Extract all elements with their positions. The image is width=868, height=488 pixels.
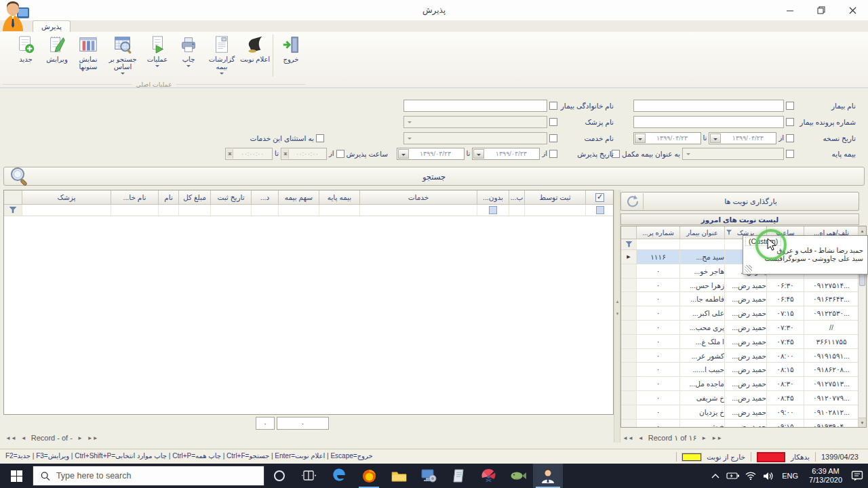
- cell-time[interactable]: ۰۸:۴۵: [767, 391, 804, 405]
- cell-phone[interactable]: ۰۹۱۲۲۵۳۰...: [804, 306, 859, 321]
- cell-file-number[interactable]: ۰: [637, 306, 680, 321]
- scroll-up-icon[interactable]: ▲: [859, 226, 866, 236]
- prev-record-icon[interactable]: ◄: [638, 435, 644, 441]
- first-record-icon[interactable]: ◄◄: [623, 435, 633, 441]
- rx-date-to-picker[interactable]: ۱۳۹۹/۰۴/۲۳: [633, 132, 701, 144]
- next-record-icon[interactable]: ►: [701, 435, 707, 441]
- spinner-arrows-icon[interactable]: [282, 149, 289, 159]
- cell-phone[interactable]: ۳۶۶۱۱۷۵۵: [804, 335, 859, 349]
- appointment-row[interactable]: ۰ خ یزدیان حمید رض... ۰۹:۰۰ ۰۹۱۰۲۸۱۲...: [621, 405, 859, 420]
- cortana-button[interactable]: [264, 464, 294, 488]
- column-b[interactable]: ب...: [509, 190, 525, 204]
- search-button[interactable]: جستجو: [3, 167, 865, 186]
- action-center-icon[interactable]: [849, 470, 865, 481]
- taskbar-clock[interactable]: 6:39 AM 7/13/2020: [804, 467, 847, 485]
- exit-button[interactable]: خروج: [275, 33, 307, 81]
- insurance-reports-button[interactable]: گزارشات بیمه: [204, 33, 239, 81]
- cell-time[interactable]: ۰۸:۳۰: [767, 377, 804, 391]
- without-filter-checkbox[interactable]: [489, 206, 497, 214]
- cell-doctor[interactable]: حمید رض...: [725, 335, 767, 349]
- patient-name-input[interactable]: [633, 100, 784, 112]
- admission-date-checkbox[interactable]: [549, 150, 557, 158]
- exclude-services-checkbox[interactable]: [316, 134, 324, 142]
- cell-file-number[interactable]: ۰: [637, 335, 680, 349]
- cell-time[interactable]: ۰۸:۰۰: [767, 349, 804, 363]
- cell-phone[interactable]: ۰۹۱۹۳۹۰۴...: [804, 420, 859, 427]
- column-file-number[interactable]: شماره پر...: [637, 226, 680, 239]
- search-input[interactable]: [56, 471, 256, 481]
- cell-file-number[interactable]: ۰: [637, 377, 680, 391]
- cell-phone[interactable]: ۰۹۱۲۷۵۱۳...: [804, 377, 859, 391]
- firefox-button[interactable]: [354, 464, 384, 488]
- fan-app-button[interactable]: [473, 464, 503, 488]
- cell-phone[interactable]: ۰۹۱۶۳۶۴۳...: [804, 292, 859, 306]
- cell-doctor[interactable]: حمید رض...: [725, 377, 767, 391]
- search-by-button[interactable]: جستجو بر اساس: [104, 33, 142, 81]
- restore-button[interactable]: [806, 0, 837, 20]
- doctor-name-checkbox[interactable]: [549, 118, 557, 126]
- select-all-checkbox-icon[interactable]: [595, 193, 604, 202]
- column-patient-title[interactable]: عنوان بیمار: [680, 226, 725, 239]
- calendar-dropdown-icon[interactable]: [473, 149, 484, 159]
- cell-time[interactable]: ۰۷:۱۵: [767, 306, 804, 321]
- admissions-grid[interactable]: پزشک نام خا... نام مبلغ کل تاریخ ثبت د..…: [3, 190, 614, 415]
- column-without[interactable]: بدون...: [477, 190, 509, 204]
- task-view-button[interactable]: [294, 464, 324, 488]
- battery-icon[interactable]: [725, 472, 741, 480]
- cell-file-number[interactable]: ۰: [637, 349, 680, 363]
- cell-patient[interactable]: هاجر خو...: [680, 264, 725, 279]
- cell-time[interactable]: ۰۹:۱۵: [767, 420, 804, 427]
- system-app-button[interactable]: [414, 464, 443, 488]
- base-insurance-checkbox[interactable]: [786, 150, 794, 158]
- cell-doctor[interactable]: حمید رض...: [725, 349, 767, 363]
- cell-patient[interactable]: زهرا حس...: [680, 279, 725, 293]
- cell-file-number[interactable]: ۰: [637, 279, 680, 293]
- admission-app-button[interactable]: [533, 464, 563, 488]
- cell-doctor[interactable]: حمید رض...: [725, 321, 767, 335]
- language-indicator[interactable]: ENG: [778, 472, 802, 480]
- cell-doctor[interactable]: حمید رض...: [725, 279, 767, 293]
- cell-time[interactable]: ۰۸:۱۵: [767, 363, 804, 377]
- new-button[interactable]: جدید: [10, 33, 41, 81]
- cell-phone[interactable]: ۰۹۱۲۰۷۷۹...: [804, 391, 859, 405]
- family-name-input[interactable]: [403, 100, 547, 112]
- column-family-name[interactable]: نام خا...: [111, 190, 159, 204]
- cell-time[interactable]: ۰۶:۳۰: [767, 279, 804, 293]
- first-record-icon[interactable]: ◄◄: [5, 435, 16, 441]
- rx-date-from-picker[interactable]: ۱۳۹۹/۰۴/۲۳: [709, 132, 776, 144]
- doctor-name-select[interactable]: [403, 116, 547, 128]
- cell-patient[interactable]: کشور عر...: [680, 349, 725, 363]
- service-name-checkbox[interactable]: [549, 134, 557, 142]
- cell-file-number[interactable]: ۰: [637, 363, 680, 377]
- admissions-grid-header[interactable]: پزشک نام خا... نام مبلغ کل تاریخ ثبت د..…: [4, 190, 613, 205]
- cell-time[interactable]: ۰۹:۰۰: [767, 405, 804, 420]
- cell-patient[interactable]: خ یزدیان: [680, 405, 725, 420]
- cell-file-number[interactable]: ۰: [637, 391, 680, 405]
- cell-file-number[interactable]: ۰: [637, 292, 680, 306]
- cell-patient[interactable]: خ ش...: [680, 420, 725, 427]
- column-reg-date[interactable]: تاریخ ثبت: [211, 190, 252, 204]
- cell-file-number[interactable]: ۰: [637, 321, 680, 335]
- column-insurance-share[interactable]: سهم بیمه: [279, 190, 319, 204]
- show-columns-button[interactable]: نمایش ستونها: [73, 33, 104, 81]
- cell-phone[interactable]: ۰۹۱۹۱۵۹۱...: [804, 349, 859, 363]
- cell-doctor[interactable]: حمید رض...: [725, 292, 767, 306]
- cell-file-number[interactable]: ۰: [637, 420, 680, 427]
- close-button[interactable]: [837, 0, 868, 20]
- appointment-row[interactable]: ۰ ماجده مل... حمید رض... ۰۸:۳۰ ۰۹۱۲۷۵۱۳.…: [621, 377, 859, 391]
- scroll-down-icon[interactable]: ▼: [615, 312, 620, 317]
- scroll-up-icon[interactable]: ▲: [615, 300, 620, 304]
- spinner-arrows-icon[interactable]: [226, 149, 233, 159]
- last-record-icon[interactable]: ►►: [87, 435, 98, 441]
- cell-phone[interactable]: ۰۹۱۰۲۸۱۲...: [804, 405, 859, 420]
- column-select-all[interactable]: [586, 190, 614, 204]
- cell-patient[interactable]: پری محب...: [680, 321, 725, 335]
- notepad-app-button[interactable]: [443, 464, 473, 488]
- cell-doctor[interactable]: حمید رض...: [725, 391, 767, 405]
- edit-button[interactable]: ویرایش: [41, 33, 73, 81]
- file-number-input[interactable]: [633, 116, 784, 128]
- calendar-dropdown-icon[interactable]: [398, 149, 409, 159]
- family-name-checkbox[interactable]: [549, 102, 557, 110]
- grid-splitter-scrollbar[interactable]: ▲ ▼: [614, 190, 620, 443]
- cell-time[interactable]: ۰۶:۴۵: [767, 292, 804, 306]
